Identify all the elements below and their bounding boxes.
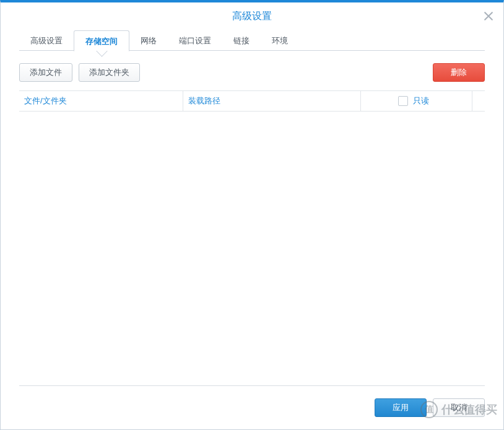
dialog-header: 高级设置 (1, 2, 503, 30)
cancel-button[interactable]: 取消 (433, 398, 485, 417)
tab-port-settings[interactable]: 端口设置 (168, 30, 222, 51)
toolbar: 添加文件 添加文件夹 删除 (19, 63, 485, 82)
readonly-header-label: 只读 (413, 95, 429, 107)
tab-storage[interactable]: 存储空间 (74, 30, 129, 51)
tab-network[interactable]: 网络 (129, 30, 168, 51)
add-file-button[interactable]: 添加文件 (19, 63, 72, 82)
table-header: 文件/文件夹 装载路径 只读 (19, 90, 485, 112)
apply-button[interactable]: 应用 (375, 398, 427, 417)
column-header-mount-path[interactable]: 装载路径 (183, 91, 361, 111)
dialog-title: 高级设置 (232, 10, 272, 23)
column-header-file-folder[interactable]: 文件/文件夹 (19, 91, 183, 111)
advanced-settings-dialog: 高级设置 高级设置 存储空间 网络 端口设置 链接 环境 添加文件 添加文件夹 … (0, 0, 504, 430)
tab-environment[interactable]: 环境 (261, 30, 299, 51)
content-area: 添加文件 添加文件夹 删除 文件/文件夹 装载路径 只读 (1, 51, 503, 385)
column-header-readonly[interactable]: 只读 (361, 91, 472, 111)
tab-advanced-settings[interactable]: 高级设置 (19, 30, 74, 51)
tab-bar: 高级设置 存储空间 网络 端口设置 链接 环境 (19, 30, 485, 51)
toolbar-spacer (146, 63, 427, 82)
delete-button[interactable]: 删除 (433, 63, 485, 82)
add-folder-button[interactable]: 添加文件夹 (79, 63, 140, 82)
close-icon[interactable] (482, 10, 495, 22)
dialog-footer: 应用 取消 (19, 385, 485, 429)
table-body (19, 112, 485, 385)
readonly-header-checkbox[interactable] (398, 96, 408, 106)
tab-links[interactable]: 链接 (222, 30, 261, 51)
